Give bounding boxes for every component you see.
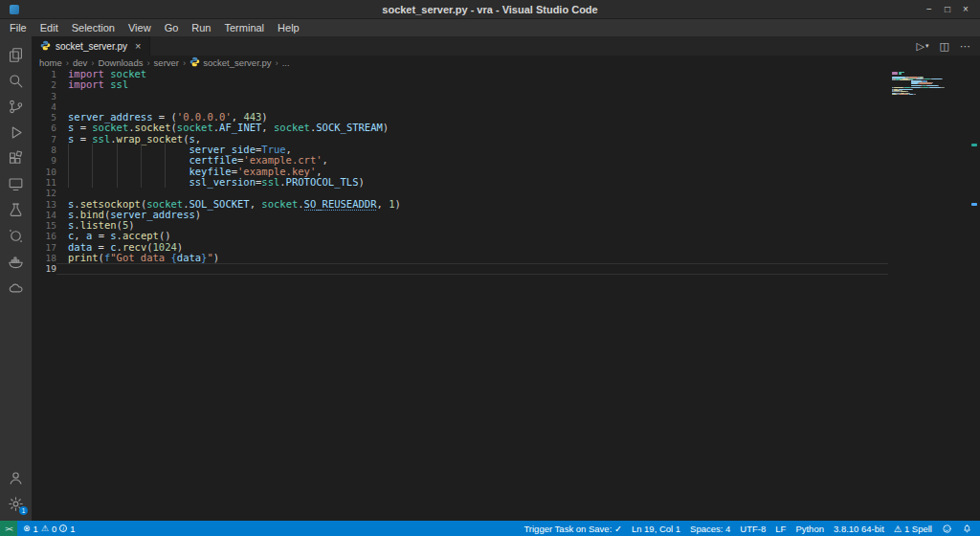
activity-bar: 1 [0, 36, 32, 521]
code-token: = [92, 230, 110, 241]
activity-settings-icon[interactable]: 1 [0, 491, 32, 517]
line-number: 4 [32, 101, 56, 112]
code-token: PROTOCOL_TLS [286, 176, 359, 188]
activity-badge: 1 [19, 506, 28, 515]
minimap-line [912, 89, 913, 90]
breadcrumb-file[interactable]: socket_server.py [189, 56, 271, 69]
activity-docker-icon[interactable] [0, 249, 32, 275]
minimap-line [929, 87, 941, 88]
activity-remote-explorer-icon[interactable] [0, 171, 32, 197]
activity-testing-icon[interactable] [0, 197, 32, 223]
line-number: 2 [32, 79, 56, 90]
minimap-line [944, 87, 945, 88]
code-line: 19 [32, 263, 888, 274]
code-line-text: s.listen(5) [56, 220, 888, 231]
split-editor-button[interactable]: ◫ [940, 40, 949, 53]
indentation[interactable]: Spaces: 4 [690, 524, 730, 534]
code-token: certfile [189, 154, 237, 166]
menu-item-help[interactable]: Help [271, 22, 306, 34]
tab-bar: socket_server.py × ▷ ▾ ◫ ⋯ [32, 36, 980, 56]
editor[interactable]: 1import socket2import ssl345server_addre… [32, 69, 980, 521]
run-dropdown-icon: ▾ [925, 42, 929, 50]
task-status[interactable]: Trigger Task on Save: ✓ [523, 524, 621, 534]
code-token: , [286, 144, 292, 155]
menu-item-terminal[interactable]: Terminal [218, 22, 272, 34]
code-token: 1024 [153, 241, 177, 253]
minimap[interactable] [892, 72, 965, 148]
line-number: 6 [32, 123, 56, 133]
activity-explorer-icon[interactable] [0, 42, 32, 68]
code-token: ) [177, 241, 183, 253]
menu-bar: FileEditSelectionViewGoRunTerminalHelp [0, 19, 980, 36]
activity-azure-icon[interactable] [0, 275, 32, 301]
code-token: accept [122, 230, 159, 241]
minimap-line [899, 94, 908, 95]
spell-checker-status[interactable]: ⚠ 1 Spell [894, 524, 932, 534]
maximize-button[interactable]: □ [940, 1, 955, 18]
code-token: import [68, 78, 104, 90]
breadcrumb-home[interactable]: home [39, 57, 62, 68]
code-token: , [376, 198, 389, 210]
code-token: setsockopt [80, 198, 141, 210]
breadcrumb-server[interactable]: server [154, 57, 179, 68]
code-token: socket [92, 122, 128, 133]
minimap-line [916, 78, 923, 79]
line-number: 8 [32, 145, 56, 155]
close-button[interactable]: × [958, 1, 973, 18]
menu-item-file[interactable]: File [3, 22, 33, 34]
menu-item-go[interactable]: Go [158, 22, 186, 34]
remote-indicator[interactable]: >< [0, 521, 17, 536]
spell-flagged-token: SO_REUSEADDR [304, 198, 377, 211]
overview-ruler[interactable] [969, 69, 980, 521]
activity-run-and-debug-icon[interactable] [0, 120, 32, 145]
bell-icon[interactable] [962, 524, 972, 534]
tab-socket-server-py[interactable]: socket_server.py × [32, 36, 150, 56]
breadcrumb-separator: › [183, 57, 186, 68]
code-line-text: import socket [56, 69, 888, 79]
code-token: keyfile [189, 166, 231, 177]
code-line: 1import socket [32, 69, 888, 79]
activity-account-icon[interactable] [0, 465, 32, 491]
encoding[interactable]: UTF-8 [740, 524, 766, 534]
python-interpreter[interactable]: 3.8.10 64-bit [834, 524, 884, 534]
activity-source-control-icon[interactable] [0, 94, 32, 120]
eol-sequence[interactable]: LF [775, 524, 786, 534]
minimap-line [932, 82, 933, 83]
menu-item-run[interactable]: Run [185, 22, 217, 34]
language-mode[interactable]: Python [795, 524, 824, 534]
code-line-text: import ssl [56, 79, 888, 90]
error-count-icon: ⊗ [23, 524, 31, 533]
breadcrumb-dev[interactable]: dev [73, 57, 87, 68]
feedback-icon[interactable] [942, 524, 952, 534]
code-token: , [323, 154, 328, 166]
code-token: , [316, 166, 322, 177]
menu-item-edit[interactable]: Edit [33, 22, 65, 34]
breadcrumb-separator: › [66, 57, 69, 68]
minimize-button[interactable]: − [922, 1, 937, 18]
code-token: , [250, 198, 262, 210]
breadcrumb-downloads[interactable]: Downloads [98, 57, 143, 68]
activity-search-icon[interactable] [0, 68, 32, 94]
line-number: 11 [32, 177, 56, 188]
activity-extensions-icon[interactable] [0, 145, 32, 171]
code-line-text [56, 91, 888, 101]
menu-item-view[interactable]: View [122, 22, 158, 34]
minimap-line [911, 85, 922, 86]
more-actions-button[interactable]: ⋯ [960, 40, 970, 53]
problems-indicator[interactable]: ⊗1⚠0i1 [17, 524, 81, 534]
menu-item-selection[interactable]: Selection [65, 22, 122, 34]
tab-close-icon[interactable]: × [135, 40, 141, 52]
line-number: 18 [32, 253, 56, 263]
vscode-window: socket_server.py - vra - Visual Studio C… [0, 0, 980, 536]
code-token: socket [146, 198, 183, 210]
breadcrumb-symbol-tail: ... [282, 57, 290, 68]
code-token: AF_INET [219, 122, 261, 133]
code-token [68, 176, 189, 188]
code-token: socket [274, 122, 310, 133]
cursor-position[interactable]: Ln 19, Col 1 [632, 524, 680, 534]
code-token: , [195, 133, 201, 145]
run-python-file-button[interactable]: ▷ ▾ [917, 40, 929, 53]
activity-jupyter-icon[interactable] [0, 223, 32, 249]
code-token: True [261, 144, 285, 155]
breadcrumb-separator: › [91, 57, 94, 68]
